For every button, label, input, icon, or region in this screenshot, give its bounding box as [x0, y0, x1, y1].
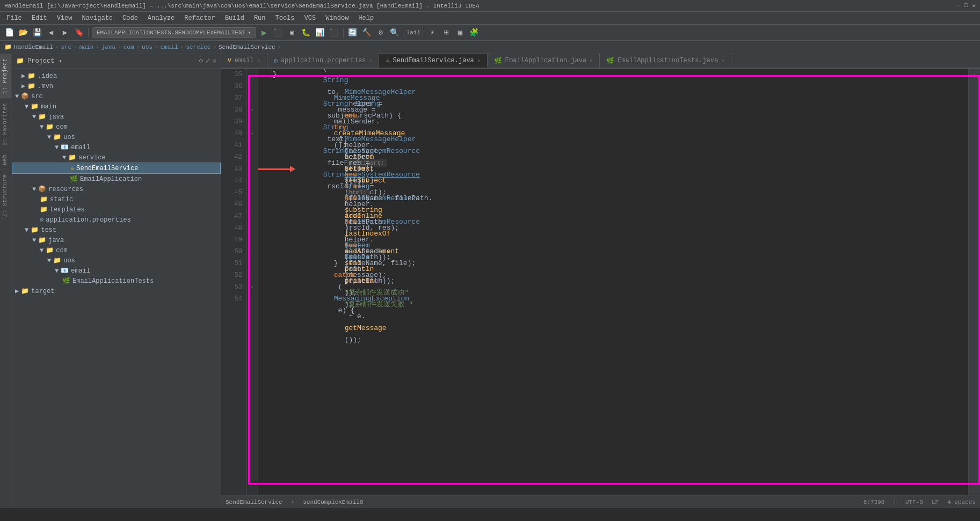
tree-item-test-uos[interactable]: ▼ 📁 uos [12, 255, 221, 266]
tree-item-test-email[interactable]: ▼ 📧 email [12, 266, 221, 276]
search-everywhere-btn[interactable]: 🔍 [389, 27, 401, 39]
plugin-btn[interactable]: 🧩 [468, 27, 480, 39]
menu-vcs[interactable]: VCS [300, 13, 321, 23]
project-dropdown-icon[interactable]: ▾ [59, 58, 62, 64]
tree-label: com [56, 247, 68, 254]
gutter-49 [247, 234, 257, 246]
tree-item-templates[interactable]: 📁 templates [12, 204, 221, 215]
toolbar-new[interactable]: 📄 [3, 27, 15, 39]
tree-item-src[interactable]: ▼ 📦 src [12, 91, 221, 101]
breadcrumb-sendemailservice[interactable]: SendEmailService [219, 44, 275, 50]
tree-item-test-java[interactable]: ▼ 📁 java [12, 235, 221, 245]
sync-btn[interactable]: 🔄 [347, 27, 359, 39]
toolbar-back[interactable]: ◀ [45, 27, 57, 39]
sidebar-tab-structure[interactable]: Z: Structure [0, 170, 11, 221]
tree-item-mvn[interactable]: ▶ 📁 .mvn [12, 81, 221, 91]
toolbar-forward[interactable]: ▶ [59, 27, 71, 39]
tree-label: .mvn [38, 83, 53, 90]
tail-btn[interactable]: Tail [408, 27, 419, 39]
tree-item-static[interactable]: 📁 static [12, 194, 221, 204]
menu-build[interactable]: Build [221, 13, 249, 23]
tab-close-icon[interactable]: ✕ [477, 57, 481, 64]
menu-tools[interactable]: Tools [271, 13, 299, 23]
run-config-selector[interactable]: EMAILAPPLICATIONTESTS.SENDCOMPLEXEMAILTE… [92, 27, 256, 38]
status-line-ending[interactable]: LF [932, 499, 939, 505]
menu-navigate[interactable]: Navigate [77, 13, 117, 23]
tree-item-appprops[interactable]: ⚙ application.properties [12, 215, 221, 225]
tree-item-emailapptests[interactable]: 🌿 EmailApplicationTests [12, 276, 221, 286]
expand-tree-icon: ▼ [25, 103, 28, 111]
debug-btn[interactable]: 🐛 [300, 27, 312, 39]
menu-code[interactable]: Code [118, 13, 142, 23]
menu-run[interactable]: Run [250, 13, 270, 23]
toolbar-bookmark[interactable]: 🔖 [73, 27, 85, 39]
tree-item-service[interactable]: ▼ 📁 service [12, 152, 221, 163]
grid-btn[interactable]: ⊞ [440, 27, 452, 39]
coverage-btn[interactable]: ◉ [286, 27, 298, 39]
tab-close-icon[interactable]: ✕ [590, 57, 593, 64]
tree-item-emailapplication[interactable]: 🌿 EmailApplication [12, 174, 221, 184]
breadcrumb-main[interactable]: main [79, 44, 93, 50]
menu-refactor[interactable]: Refactor [180, 13, 220, 23]
folder-icon: 📁 [31, 226, 39, 234]
menu-analyze[interactable]: Analyze [143, 13, 179, 23]
menu-edit[interactable]: Edit [27, 13, 52, 23]
tree-item-resources[interactable]: ▼ 📦 resources [12, 184, 221, 194]
menu-help[interactable]: Help [354, 13, 378, 23]
tree-item-idea[interactable]: ▶ 📁 .idea [12, 71, 221, 81]
tree-item-java[interactable]: ▼ 📁 java [12, 112, 221, 122]
settings-btn[interactable]: ⚙ [375, 27, 387, 39]
breadcrumb-src[interactable]: src [61, 44, 71, 50]
tree-item-target[interactable]: ▶ 📁 target [12, 286, 221, 296]
gear-icon[interactable]: ⚙ [199, 57, 203, 65]
profile-btn[interactable]: 📊 [314, 27, 326, 39]
tab-email[interactable]: V email ✕ [221, 54, 267, 68]
run-config-dropdown[interactable]: ▾ [248, 29, 251, 36]
status-encoding[interactable]: UTF-8 [905, 499, 923, 505]
menu-view[interactable]: View [53, 13, 77, 23]
debug-stop-btn[interactable]: ⬛ [272, 27, 284, 39]
toolbar-open[interactable]: 📂 [17, 27, 29, 39]
run-btn[interactable]: ▶ [258, 27, 270, 39]
maximize-btn[interactable]: □ [964, 2, 968, 9]
tree-item-com[interactable]: ▼ 📁 com [12, 122, 221, 132]
sidebar-tab-web[interactable]: Web [0, 150, 11, 170]
expand-icon[interactable]: ⤢ [205, 57, 210, 65]
layout-btn[interactable]: ▦ [454, 27, 466, 39]
tab-close-icon[interactable]: ✕ [721, 57, 724, 64]
tab-emailapptests[interactable]: 🌿 EmailApplicationTests.java ✕ [600, 54, 731, 68]
tab-sendemailservice[interactable]: ☕ SendEmailService.java ✕ [379, 54, 488, 68]
tree-item-test-com[interactable]: ▼ 📁 com [12, 245, 221, 255]
menu-window[interactable]: Window [321, 13, 353, 23]
power-btn[interactable]: ⚡ [426, 27, 438, 39]
tab-bar: V email ✕ ⚙ application.properties ✕ ☕ S… [221, 54, 980, 69]
status-indent[interactable]: 4 spaces [947, 499, 976, 505]
close-panel-icon[interactable]: ✕ [213, 57, 216, 65]
menu-file[interactable]: File [2, 13, 26, 23]
breadcrumb-handleemail[interactable]: HandleEmail [14, 44, 53, 50]
tab-emailapplication[interactable]: 🌿 EmailApplication.java ✕ [488, 54, 600, 68]
code-editor[interactable]: 35 36 37 38 39 40 41 42 43 44 45 46 47 4… [221, 69, 980, 495]
tab-appprops[interactable]: ⚙ application.properties ✕ [267, 54, 380, 68]
tab-close-icon[interactable]: ✕ [257, 57, 260, 64]
scroll-indicator[interactable]: ▪ [970, 71, 979, 80]
tree-item-main[interactable]: ▼ 📁 main [12, 101, 221, 112]
breadcrumb-com[interactable]: com [124, 44, 134, 50]
breadcrumb-java[interactable]: java [101, 44, 115, 50]
breadcrumb-service[interactable]: service [186, 44, 210, 50]
minimize-btn[interactable]: ─ [956, 2, 960, 9]
tree-item-test[interactable]: ▼ 📁 test [12, 225, 221, 235]
toolbar-save[interactable]: 💾 [31, 27, 43, 39]
tree-item-email[interactable]: ▼ 📧 email [12, 142, 221, 152]
tab-close-icon[interactable]: ✕ [369, 57, 372, 64]
sidebar-tab-project[interactable]: 1: Project [0, 54, 11, 98]
code-content[interactable]: } public void sendComplexEmail ( String [258, 69, 968, 495]
build-btn[interactable]: 🔨 [361, 27, 373, 39]
breadcrumb-uos[interactable]: uos [142, 44, 153, 50]
breadcrumb-email[interactable]: email [161, 44, 178, 50]
tree-item-sendemailservice[interactable]: ☕ SendEmailService [12, 163, 221, 174]
sidebar-tab-favorites[interactable]: 2: Favorites [0, 98, 11, 150]
tree-item-uos[interactable]: ▼ 📁 uos [12, 132, 221, 142]
close-btn[interactable]: ✕ [972, 2, 976, 9]
stop-btn[interactable]: ⬛ [328, 27, 340, 39]
